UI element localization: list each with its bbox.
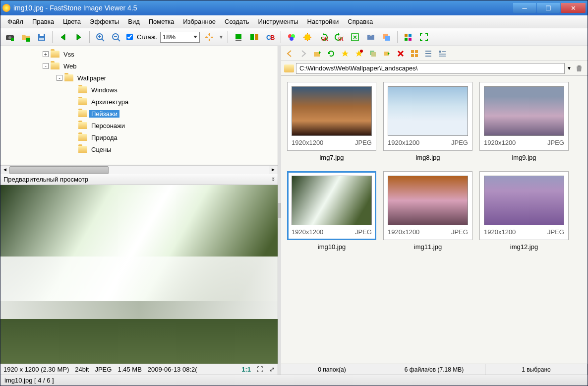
color-button[interactable] xyxy=(285,31,298,44)
tree-item[interactable]: -Wallpaper xyxy=(43,72,278,84)
tree-item[interactable]: Персонажи xyxy=(43,120,278,131)
trash-button[interactable] xyxy=(574,63,585,74)
thumbnail-item[interactable]: 1920x1200JPEGimg12.jpg xyxy=(479,171,569,251)
zoom-out-button[interactable] xyxy=(110,31,122,44)
one-to-one-icon[interactable]: 1:1 xyxy=(241,366,251,373)
tree-item[interactable]: +Vss xyxy=(43,48,278,60)
preview-format: JPEG xyxy=(95,366,112,373)
nav-favorites-button[interactable] xyxy=(340,48,351,59)
nav-copy-button[interactable] xyxy=(367,48,378,59)
tree-scrollbar[interactable]: ◄ ► xyxy=(0,165,278,174)
svg-rect-38 xyxy=(578,65,581,66)
rotate-right-button[interactable]: 90 xyxy=(333,31,346,44)
view-list-button[interactable] xyxy=(423,48,434,59)
preview-pane[interactable] xyxy=(0,185,278,364)
preview-image xyxy=(0,185,278,364)
thumbnail-view[interactable]: 1920x1200JPEGimg7.jpg1920x1200JPEGimg8.j… xyxy=(281,76,588,364)
menu-вид[interactable]: Вид xyxy=(124,16,144,27)
path-input[interactable]: C:\Windows\Web\Wallpaper\Landscapes\ xyxy=(296,63,565,74)
minimize-button[interactable]: ─ xyxy=(513,3,536,13)
open-button[interactable] xyxy=(19,31,32,44)
clone-button[interactable] xyxy=(380,31,393,44)
nav-addfav-button[interactable] xyxy=(353,48,364,59)
forward-button[interactable] xyxy=(72,31,85,44)
close-button[interactable]: ✕ xyxy=(561,3,586,13)
nav-delete-button[interactable] xyxy=(395,48,406,59)
settings-button[interactable] xyxy=(402,31,414,44)
svg-rect-9 xyxy=(235,34,241,39)
collapse-icon[interactable] xyxy=(272,178,275,181)
stat-folders: 0 папок(а) xyxy=(281,364,383,375)
expand-icon[interactable]: ⤢ xyxy=(269,366,275,373)
statusbar: img10.jpg [ 4 / 6 ] xyxy=(0,375,588,386)
thumbnail-item[interactable]: 1920x1200JPEGimg11.jpg xyxy=(383,171,472,251)
svg-point-16 xyxy=(290,37,294,41)
effects-button[interactable] xyxy=(301,31,314,44)
svg-rect-6 xyxy=(39,38,44,40)
compare-button[interactable] xyxy=(248,31,261,44)
menu-эффекты[interactable]: Эффекты xyxy=(86,16,123,27)
thumbnail-item[interactable]: 1920x1200JPEGimg7.jpg xyxy=(287,82,376,161)
save-button[interactable] xyxy=(35,31,48,44)
menu-создать[interactable]: Создать xyxy=(221,16,253,27)
svg-rect-24 xyxy=(405,34,408,37)
tree-item[interactable]: Windows xyxy=(43,84,278,96)
menu-файл[interactable]: Файл xyxy=(3,16,27,27)
tree-item[interactable]: Сцены xyxy=(43,143,278,155)
titlebar[interactable]: img10.jpg - FastStone Image Viewer 4.5 ─… xyxy=(0,0,588,15)
tree-item[interactable]: -Web xyxy=(43,60,278,72)
folder-tree[interactable]: +Vss-Web-WallpaperWindowsАрхитектураПейз… xyxy=(0,46,278,165)
pan-button[interactable] xyxy=(203,31,216,44)
left-panel: +Vss-Web-WallpaperWindowsАрхитектураПейз… xyxy=(0,46,278,375)
path-dropdown-icon[interactable]: ▼ xyxy=(567,65,572,71)
svg-rect-10 xyxy=(250,34,254,40)
nav-move-button[interactable] xyxy=(381,48,392,59)
svg-rect-2 xyxy=(11,38,14,41)
crop-button[interactable] xyxy=(364,31,377,44)
svg-rect-26 xyxy=(405,38,408,41)
preview-size: 1.45 MB xyxy=(118,366,141,373)
svg-rect-25 xyxy=(409,34,412,37)
view-detail-button[interactable] xyxy=(437,48,448,59)
nav-forward-button[interactable] xyxy=(298,48,309,59)
menu-настройки[interactable]: Настройки xyxy=(303,16,343,27)
back-button[interactable] xyxy=(57,31,69,44)
nav-back-button[interactable] xyxy=(284,48,295,59)
smooth-checkbox[interactable] xyxy=(126,34,133,40)
svg-text:90: 90 xyxy=(321,35,328,42)
nav-refresh-button[interactable] xyxy=(326,48,337,59)
svg-rect-34 xyxy=(415,50,418,53)
acquire-button[interactable] xyxy=(3,31,16,44)
stat-selected: 1 выбрано xyxy=(485,364,588,375)
tree-item[interactable]: Архитектура xyxy=(43,96,278,108)
menu-инструменты[interactable]: Инструменты xyxy=(254,16,302,27)
fullscreen-button[interactable] xyxy=(417,31,430,44)
thumbnail-item[interactable]: 1920x1200JPEGimg8.jpg xyxy=(383,82,472,161)
thumbnail-item[interactable]: 1920x1200JPEGimg9.jpg xyxy=(479,82,569,161)
thumbnail-item[interactable]: 1920x1200JPEGimg10.jpg xyxy=(287,171,376,251)
preview-header: Предварительный просмотр xyxy=(0,174,278,185)
menu-цвета[interactable]: Цвета xyxy=(59,16,85,27)
menu-справка[interactable]: Справка xyxy=(344,16,377,27)
menu-пометка[interactable]: Пометка xyxy=(145,16,178,27)
menu-правка[interactable]: Правка xyxy=(28,16,58,27)
view-thumb-button[interactable] xyxy=(409,48,420,59)
text-button[interactable]: CB xyxy=(264,31,277,44)
zoom-in-button[interactable] xyxy=(94,31,107,44)
tree-item[interactable]: Природа xyxy=(43,131,278,143)
splitter[interactable] xyxy=(278,46,281,375)
menu-избранное[interactable]: Избранное xyxy=(179,16,220,27)
preview-title: Предварительный просмотр xyxy=(3,176,88,183)
nav-up-button[interactable] xyxy=(312,48,323,59)
rotate-left-button[interactable]: 90 xyxy=(317,31,330,44)
maximize-button[interactable]: ☐ xyxy=(537,3,560,13)
status-text: img10.jpg [ 4 / 6 ] xyxy=(4,377,54,384)
main-toolbar: Сглаж. 18% ▼ CB 90 90 xyxy=(0,28,588,46)
app-window: img10.jpg - FastStone Image Viewer 4.5 ─… xyxy=(0,0,588,386)
fit-icon[interactable]: ⛶ xyxy=(257,366,263,373)
tree-item[interactable]: Пейзажи xyxy=(43,108,278,120)
zoom-combo[interactable]: 18% xyxy=(160,32,200,43)
slideshow-button[interactable] xyxy=(232,31,245,44)
resize-button[interactable] xyxy=(349,31,361,44)
svg-rect-11 xyxy=(255,34,258,40)
